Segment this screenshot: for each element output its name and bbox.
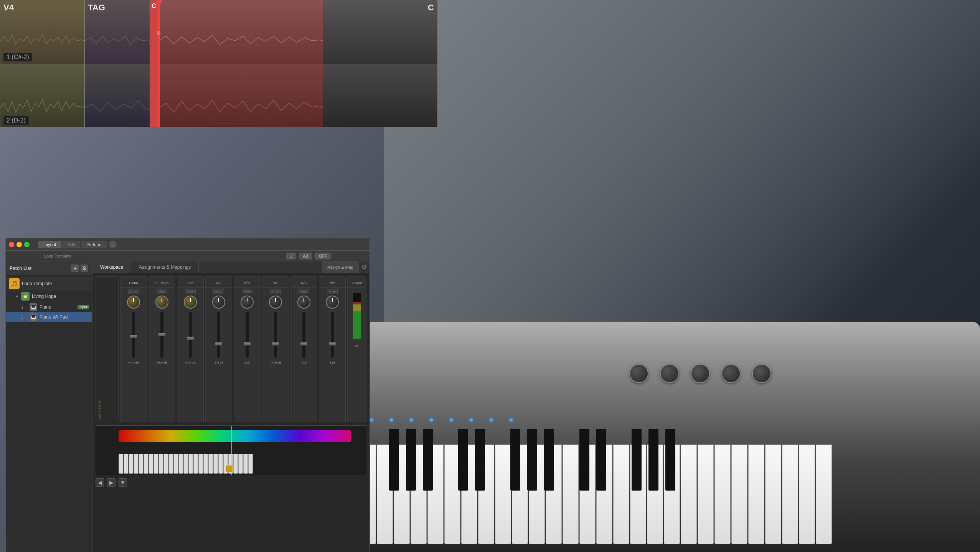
segment-tag-label: TAG: [88, 3, 105, 12]
app-window: Layout Edit Perform i Loop Template 1 A3…: [5, 238, 370, 552]
channel-piano-label: Piano: [121, 278, 146, 288]
channel-na1-mute[interactable]: Mute: [213, 289, 224, 294]
channel-na5: N/A Mute 119: [319, 276, 346, 422]
channel-pad-knob[interactable]: [184, 296, 197, 309]
close-button[interactable]: [9, 242, 14, 247]
maximize-button[interactable]: [24, 242, 30, 247]
main-content: Patch List + ⚙ 🎵 Loop Template ▼ 📁 Livin…: [6, 261, 370, 552]
channel-na4-fader[interactable]: [302, 312, 305, 358]
segment-c-marker-label: C: [152, 3, 156, 10]
channel-na3-fader[interactable]: [274, 312, 277, 358]
channel-na1-fader[interactable]: [217, 312, 220, 358]
channel-na4-knob[interactable]: [297, 296, 310, 309]
channel-piano-mute[interactable]: Mute: [128, 289, 139, 294]
mixer-prev-button[interactable]: ◀: [96, 478, 104, 487]
minimize-button[interactable]: [16, 242, 22, 247]
mixer-options-button[interactable]: ▼: [119, 478, 127, 487]
playhead-marker-mini[interactable]: [226, 465, 233, 472]
mixer-area: Living Hope Piano Mute +4.4 dB: [92, 273, 370, 552]
channel-na2-knob[interactable]: [241, 296, 254, 309]
channel-epiano-value: +3.8 dB: [157, 361, 167, 364]
channel-output-label: Output: [348, 278, 365, 288]
channel-piano-fader[interactable]: [132, 312, 135, 358]
track-row-1: V4 1 (C#-2) TAG C C: [0, 0, 437, 64]
channel-na1-fader-thumb[interactable]: [215, 342, 222, 345]
segment-c-right-label: C: [428, 3, 434, 13]
patch-folder-name-living-hope: Living Hope: [32, 294, 56, 299]
channel-na4-value: 119: [301, 361, 306, 364]
patch-item-piano-pad-name: Piano W/ Pad: [40, 314, 89, 320]
channel-na4-fader-thumb[interactable]: [300, 342, 307, 345]
segment-v4: V4 1 (C#-2): [0, 0, 85, 64]
loop-template-label: Loop Template: [44, 254, 72, 258]
channel-nametag-text: Living Hope: [97, 388, 101, 419]
channel-na4-mute[interactable]: Mute: [299, 289, 309, 294]
channel-na5-mute[interactable]: Mute: [327, 289, 338, 294]
channel-epiano-mute[interactable]: Mute: [157, 289, 167, 294]
patch-item-piano[interactable]: 1 🎹 Piano Input: [6, 302, 92, 312]
channel-epiano-knob[interactable]: [155, 296, 168, 309]
segment-c-marker: C: [150, 0, 158, 64]
channel-na3-fader-thumb[interactable]: [272, 342, 279, 345]
channel-na5-fader[interactable]: [331, 312, 334, 358]
patch-list-header: Patch List + ⚙: [6, 261, 92, 275]
patch-list-add-button[interactable]: +: [71, 264, 79, 272]
transport-key[interactable]: A3: [299, 253, 312, 259]
channel-na1-value: -3.4 dB: [214, 361, 224, 364]
track-row-2-seg3: [150, 64, 158, 127]
channel-na5-fader-thumb[interactable]: [329, 342, 336, 345]
patch-folder-living-hope[interactable]: ▼ 📁 Living Hope: [6, 291, 92, 302]
track-label-1: 1 (C#-2): [3, 53, 32, 61]
patch-root-item[interactable]: 🎵 Loop Template: [6, 277, 92, 291]
channel-na5-label: N/A: [320, 278, 345, 288]
mixer-channels: Living Hope Piano Mute +4.4 dB: [96, 276, 366, 422]
transport-off[interactable]: OFF: [315, 253, 331, 259]
transport-counter[interactable]: 1: [286, 253, 296, 259]
channel-piano-fader-thumb[interactable]: [130, 335, 137, 338]
channel-na4: N/A Mute 119: [290, 276, 317, 422]
channel-na2-fader-thumb[interactable]: [244, 342, 251, 345]
vu-green: [353, 311, 361, 339]
channel-na3-knob[interactable]: [269, 296, 282, 309]
patch-list-config-button[interactable]: ⚙: [81, 264, 88, 272]
channel-pad: Pad Mute +0.0 dB: [177, 276, 204, 422]
channel-na2-mute[interactable]: Mute: [242, 289, 252, 294]
channel-pad-fader-thumb[interactable]: [187, 337, 194, 340]
channel-na2-fader[interactable]: [246, 312, 249, 358]
tab-layout[interactable]: Layout: [38, 241, 61, 248]
info-button[interactable]: i: [109, 241, 117, 248]
patch-item-piano-pad[interactable]: 2 🎹 Piano W/ Pad: [6, 312, 92, 322]
mixer-next-button[interactable]: ▶: [107, 478, 115, 487]
channel-na3-mute[interactable]: Mute: [270, 289, 281, 294]
channel-na1-knob[interactable]: [212, 296, 225, 309]
tab-assignments[interactable]: Assignments & Mappings: [131, 261, 199, 273]
channel-na2-value: 115: [244, 361, 249, 364]
segment-tag: TAG: [85, 0, 150, 64]
channel-output: Output 20: [347, 276, 366, 422]
tab-edit[interactable]: Edit: [62, 241, 80, 248]
channel-piano-value: +4.4 dB: [128, 361, 139, 364]
channel-pad-mute[interactable]: Mute: [185, 289, 196, 294]
segment-right: C: [323, 0, 437, 64]
tab-workspace[interactable]: Workspace: [92, 261, 131, 273]
channel-pad-fader[interactable]: [189, 312, 192, 358]
piano-item-icon: 🎹: [30, 303, 37, 311]
patch-item-piano-num: 1: [21, 305, 27, 309]
assign-map-button[interactable]: Assign & Map: [322, 261, 359, 273]
loop-template-bar: Loop Template 1 A3 OFF: [6, 251, 370, 261]
patch-root-icon: 🎵: [9, 278, 20, 289]
patch-list-header-buttons: + ⚙: [71, 264, 88, 272]
workspace-config-button[interactable]: ⚙: [359, 261, 370, 273]
channel-piano-knob[interactable]: [127, 296, 140, 309]
channel-na1: N/A Mute -3.4 dB: [205, 276, 232, 422]
channel-na3-value: -40.0 dB: [270, 361, 281, 364]
channel-na5-knob[interactable]: [326, 296, 339, 309]
channel-epiano-fader[interactable]: [160, 312, 163, 358]
channel-na2-label: N/A: [235, 278, 259, 288]
channel-epiano-fader-thumb[interactable]: [158, 333, 165, 336]
channel-pad-label: Pad: [178, 278, 203, 288]
channel-na1-label: N/A: [206, 278, 231, 288]
tab-perform[interactable]: Perform: [81, 241, 107, 248]
key-gradient-bar: [119, 430, 351, 442]
track-label-2: 2 (D-2): [3, 116, 29, 125]
